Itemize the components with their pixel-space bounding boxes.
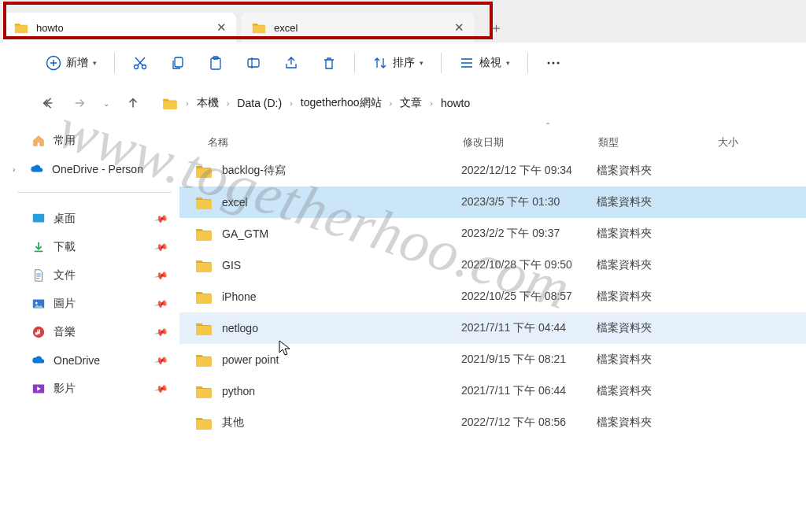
table-row[interactable]: 其他2022/7/12 下午 08:56檔案資料夾: [179, 407, 806, 438]
sort-button[interactable]: 排序 ▾: [363, 48, 433, 78]
view-icon: [459, 55, 475, 71]
videos-icon: [31, 382, 46, 396]
folder-icon: [195, 353, 213, 367]
back-button[interactable]: [38, 93, 58, 113]
sidebar-item-documents[interactable]: 文件 📌: [27, 262, 172, 289]
crumb[interactable]: Data (D:): [232, 94, 287, 113]
file-date: 2021/9/15 下午 08:21: [461, 353, 597, 367]
column-size[interactable]: 大小: [718, 135, 781, 150]
sidebar-item-desktop[interactable]: 桌面 📌: [27, 205, 172, 232]
tab-excel[interactable]: excel ✕: [241, 13, 474, 42]
more-button[interactable]: [536, 48, 571, 78]
close-icon[interactable]: ✕: [449, 17, 469, 38]
forward-button[interactable]: [69, 93, 90, 113]
crumb[interactable]: 本機: [192, 93, 224, 113]
new-tab-button[interactable]: ＋: [480, 13, 512, 42]
table-row[interactable]: excel2023/3/5 下午 01:30檔案資料夾: [179, 187, 806, 218]
file-type: 檔案資料夾: [597, 195, 716, 209]
folder-icon: [14, 21, 28, 34]
sidebar-label: 圖片: [54, 297, 76, 311]
pin-icon: 📌: [153, 324, 169, 340]
desktop-icon: [31, 212, 46, 226]
sidebar-label: OneDrive - Person: [52, 163, 143, 175]
folder-icon: [252, 21, 266, 34]
arrow-right-icon: [72, 96, 87, 110]
sidebar-label: 文件: [54, 268, 76, 283]
chevron-down-icon: ▾: [420, 59, 423, 67]
column-date[interactable]: 修改日期: [463, 135, 598, 150]
recent-dropdown[interactable]: ⌄: [101, 93, 112, 113]
view-button[interactable]: 檢視 ▾: [449, 48, 519, 78]
file-date: 2022/10/25 下午 08:57: [461, 290, 597, 304]
pin-icon: 📌: [153, 381, 169, 397]
table-row[interactable]: GIS2022/10/28 下午 09:50檔案資料夾: [179, 249, 806, 281]
svg-rect-4: [211, 58, 220, 69]
table-row[interactable]: GA_GTM2023/2/2 下午 09:37檔案資料夾: [179, 218, 806, 249]
cloud-icon: [31, 353, 46, 368]
sidebar-item-downloads[interactable]: 下載 📌: [27, 234, 172, 260]
arrow-up-icon: [126, 96, 140, 110]
file-date: 2021/7/11 下午 04:44: [461, 321, 597, 335]
rename-icon: [246, 55, 261, 71]
folder-icon: [162, 97, 178, 109]
file-date: 2023/3/5 下午 01:30: [461, 195, 597, 209]
separator: [441, 53, 442, 73]
delete-button[interactable]: [312, 48, 346, 78]
table-row[interactable]: iPhone2022/10/25 下午 08:57檔案資料夾: [179, 281, 806, 312]
crumb[interactable]: 文章: [395, 93, 427, 113]
separator: [527, 53, 528, 73]
file-type: 檔案資料夾: [597, 416, 716, 430]
share-button[interactable]: [274, 48, 309, 78]
cut-button[interactable]: [123, 48, 157, 78]
documents-icon: [31, 268, 46, 283]
pin-icon: 📌: [153, 239, 169, 255]
file-name: netlogo: [222, 322, 258, 334]
crumb[interactable]: togetherhoo網站: [296, 93, 386, 113]
file-type: 檔案資料夾: [597, 321, 716, 335]
svg-rect-10: [33, 214, 44, 223]
file-list: ⌃ 名稱 修改日期 類型 大小 backlog-待寫2022/12/12 下午 …: [179, 123, 806, 510]
column-name[interactable]: 名稱: [208, 135, 463, 150]
sidebar-onedrive[interactable]: › OneDrive - Person: [27, 156, 172, 183]
sidebar-item-pictures[interactable]: 圖片 📌: [27, 290, 172, 317]
sidebar-item-videos[interactable]: 影片 📌: [27, 375, 172, 402]
chevron-right-icon: ›: [430, 98, 433, 108]
file-date: 2022/7/12 下午 08:56: [461, 416, 597, 430]
breadcrumb: › 本機 › Data (D:) › togetherhoo網站 › 文章 › …: [162, 93, 475, 113]
tabs-bar: howto ✕ excel ✕ ＋: [0, 0, 806, 42]
new-button[interactable]: 新增 ▾: [36, 48, 106, 78]
sidebar-label: 桌面: [54, 212, 76, 226]
sidebar-item-music[interactable]: 音樂 📌: [27, 319, 172, 345]
table-row[interactable]: power point2021/9/15 下午 08:21檔案資料夾: [179, 344, 806, 375]
tab-howto[interactable]: howto ✕: [3, 13, 236, 42]
paste-button[interactable]: [198, 48, 233, 78]
chevron-right-icon: ›: [13, 165, 22, 174]
svg-point-1: [135, 65, 139, 69]
file-name: 其他: [222, 416, 244, 430]
more-icon: [545, 55, 561, 71]
file-name: python: [222, 385, 255, 397]
crumb[interactable]: howto: [436, 94, 475, 113]
file-date: 2023/2/2 下午 09:37: [461, 227, 597, 241]
sidebar-home[interactable]: 常用: [27, 127, 172, 154]
file-name: iPhone: [222, 290, 257, 303]
close-icon[interactable]: ✕: [211, 17, 231, 38]
folder-icon: [195, 195, 213, 209]
up-button[interactable]: [123, 93, 143, 113]
separator: [354, 53, 355, 73]
table-row[interactable]: netlogo2021/7/11 下午 04:44檔案資料夾: [179, 312, 806, 344]
table-row[interactable]: python2021/7/11 下午 06:44檔案資料夾: [179, 375, 806, 407]
rename-button[interactable]: [236, 48, 271, 78]
copy-button[interactable]: [161, 48, 195, 78]
sidebar-item-onedrive[interactable]: OneDrive 📌: [27, 347, 172, 374]
pin-icon: 📌: [153, 296, 169, 312]
download-icon: [31, 240, 46, 254]
file-name: GIS: [222, 259, 241, 272]
sort-button-label: 排序: [393, 56, 415, 70]
copy-icon: [170, 55, 186, 71]
table-row[interactable]: backlog-待寫2022/12/12 下午 09:34檔案資料夾: [179, 155, 806, 187]
column-headers: 名稱 修改日期 類型 大小: [179, 130, 806, 155]
share-icon: [283, 55, 299, 71]
folder-icon: [195, 384, 213, 398]
column-type[interactable]: 類型: [598, 135, 718, 150]
